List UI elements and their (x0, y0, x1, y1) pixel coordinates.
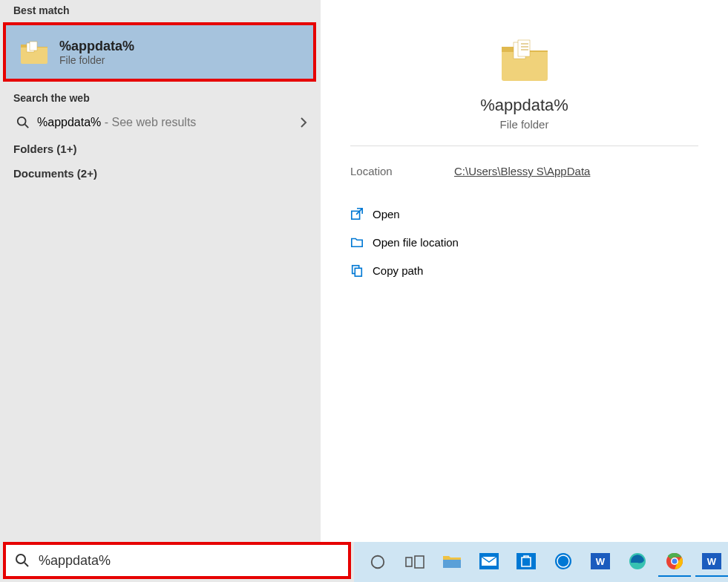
chrome-icon[interactable] (658, 547, 691, 577)
dell-icon[interactable] (547, 547, 580, 577)
search-bar[interactable] (3, 542, 351, 579)
svg-rect-5 (518, 40, 530, 56)
folder-icon-large (499, 33, 551, 85)
svg-point-14 (372, 556, 384, 569)
chevron-right-icon (300, 117, 307, 128)
cortana-icon[interactable] (361, 547, 394, 577)
svg-point-2 (18, 117, 26, 125)
best-match-item[interactable]: %appdata% File folder (3, 22, 316, 82)
store-icon[interactable] (510, 547, 542, 577)
winword-icon[interactable]: W (695, 547, 728, 577)
svg-text:W: W (707, 556, 717, 567)
svg-rect-1 (30, 42, 37, 50)
web-result-row[interactable]: %appdata% - See web results (0, 108, 321, 137)
search-web-header: Search the web (0, 88, 321, 108)
action-label: Open file location (373, 236, 459, 249)
search-icon (13, 116, 33, 129)
action-label: Copy path (373, 264, 423, 277)
best-match-title: %appdata% (59, 39, 134, 54)
location-label: Location (350, 165, 454, 177)
action-open[interactable]: Open (350, 200, 698, 228)
edge-icon[interactable] (621, 547, 654, 577)
task-view-icon[interactable] (399, 547, 431, 577)
category-documents[interactable]: Documents (2+) (0, 161, 321, 186)
search-icon (6, 553, 39, 568)
svg-point-12 (16, 555, 25, 563)
svg-line-13 (24, 563, 28, 566)
search-input[interactable] (39, 553, 348, 569)
file-explorer-icon[interactable] (436, 547, 468, 577)
best-match-subtitle: File folder (59, 54, 134, 66)
preview-title: %appdata% (480, 96, 568, 115)
svg-rect-16 (415, 556, 424, 568)
action-label: Open (373, 208, 400, 220)
location-link[interactable]: C:\Users\Blessy S\AppData (454, 165, 590, 177)
mail-icon[interactable] (473, 547, 505, 577)
web-result-suffix: - See web results (101, 116, 196, 128)
preview-subtitle: File folder (500, 118, 549, 131)
open-icon (350, 207, 373, 220)
taskbar: W W (354, 542, 728, 582)
action-open-location[interactable]: Open file location (350, 228, 698, 256)
svg-text:W: W (596, 556, 606, 567)
word-icon[interactable]: W (584, 547, 617, 577)
copy-icon (350, 264, 373, 277)
folder-open-icon (350, 235, 373, 249)
svg-line-3 (25, 125, 29, 128)
web-result-query: %appdata% (37, 116, 101, 128)
folder-icon (19, 37, 49, 67)
best-match-header: Best match (0, 0, 321, 21)
svg-point-26 (672, 559, 678, 564)
svg-rect-11 (355, 268, 361, 276)
svg-rect-15 (406, 558, 412, 566)
category-folders[interactable]: Folders (1+) (0, 137, 321, 161)
action-copy-path[interactable]: Copy path (350, 256, 698, 284)
